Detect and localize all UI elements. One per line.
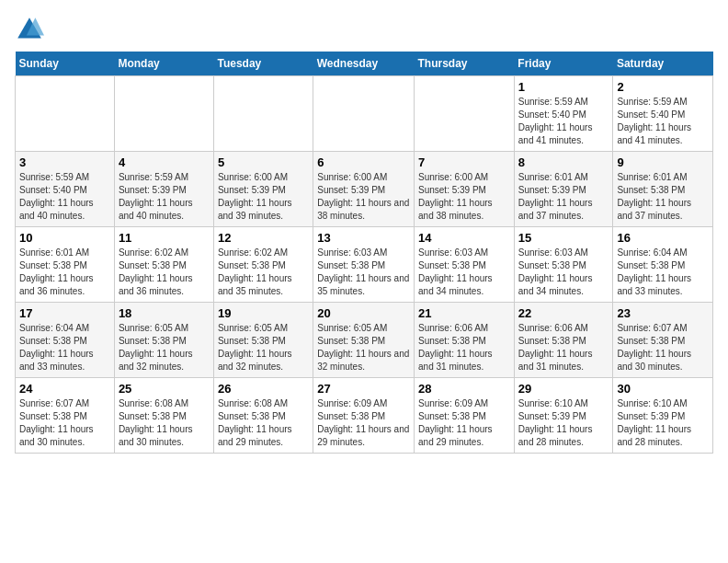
day-info: Sunrise: 6:09 AM Sunset: 5:38 PM Dayligh… <box>317 397 410 449</box>
logo-icon <box>15 15 44 44</box>
calendar-week-row: 24Sunrise: 6:07 AM Sunset: 5:38 PM Dayli… <box>16 378 713 454</box>
calendar-cell: 18Sunrise: 6:05 AM Sunset: 5:38 PM Dayli… <box>114 303 213 378</box>
day-number: 23 <box>617 306 709 320</box>
calendar-cell: 27Sunrise: 6:09 AM Sunset: 5:38 PM Dayli… <box>313 378 415 454</box>
page-header <box>15 15 713 44</box>
day-number: 25 <box>119 382 210 396</box>
day-info: Sunrise: 6:10 AM Sunset: 5:39 PM Dayligh… <box>518 397 609 449</box>
calendar-cell <box>313 76 415 152</box>
day-info: Sunrise: 6:08 AM Sunset: 5:38 PM Dayligh… <box>218 397 309 449</box>
day-info: Sunrise: 6:10 AM Sunset: 5:39 PM Dayligh… <box>617 397 709 449</box>
calendar-cell: 24Sunrise: 6:07 AM Sunset: 5:38 PM Dayli… <box>16 378 115 454</box>
calendar-cell: 7Sunrise: 6:00 AM Sunset: 5:39 PM Daylig… <box>415 152 515 227</box>
calendar-cell: 26Sunrise: 6:08 AM Sunset: 5:38 PM Dayli… <box>213 378 313 454</box>
day-number: 29 <box>518 382 609 396</box>
calendar-cell <box>415 76 515 152</box>
day-number: 11 <box>119 231 210 245</box>
day-info: Sunrise: 6:06 AM Sunset: 5:38 PM Dayligh… <box>418 322 510 373</box>
day-number: 3 <box>19 155 110 169</box>
weekday-header: Friday <box>514 52 613 76</box>
weekday-header: Thursday <box>415 52 515 76</box>
weekday-header-row: SundayMondayTuesdayWednesdayThursdayFrid… <box>16 52 713 76</box>
calendar-cell: 3Sunrise: 5:59 AM Sunset: 5:40 PM Daylig… <box>16 152 115 227</box>
day-info: Sunrise: 6:05 AM Sunset: 5:38 PM Dayligh… <box>119 322 210 373</box>
calendar-cell: 4Sunrise: 5:59 AM Sunset: 5:39 PM Daylig… <box>114 152 213 227</box>
day-number: 4 <box>119 155 210 169</box>
weekday-header: Monday <box>114 52 213 76</box>
day-number: 5 <box>218 155 309 169</box>
calendar-cell: 10Sunrise: 6:01 AM Sunset: 5:38 PM Dayli… <box>16 227 115 303</box>
day-number: 2 <box>617 80 709 94</box>
calendar-week-row: 17Sunrise: 6:04 AM Sunset: 5:38 PM Dayli… <box>16 303 713 378</box>
day-info: Sunrise: 5:59 AM Sunset: 5:40 PM Dayligh… <box>19 171 110 223</box>
day-number: 19 <box>218 306 309 320</box>
calendar-week-row: 1Sunrise: 5:59 AM Sunset: 5:40 PM Daylig… <box>16 76 713 152</box>
day-number: 9 <box>617 155 709 169</box>
day-info: Sunrise: 6:02 AM Sunset: 5:38 PM Dayligh… <box>218 247 309 298</box>
day-number: 26 <box>218 382 309 396</box>
day-number: 16 <box>617 231 709 245</box>
calendar-cell: 1Sunrise: 5:59 AM Sunset: 5:40 PM Daylig… <box>514 76 613 152</box>
logo <box>15 15 48 44</box>
calendar-cell: 2Sunrise: 5:59 AM Sunset: 5:40 PM Daylig… <box>613 76 713 152</box>
calendar-table: SundayMondayTuesdayWednesdayThursdayFrid… <box>15 52 713 454</box>
day-number: 6 <box>317 155 410 169</box>
calendar-cell <box>16 76 115 152</box>
calendar-cell: 30Sunrise: 6:10 AM Sunset: 5:39 PM Dayli… <box>613 378 713 454</box>
day-number: 22 <box>518 306 609 320</box>
calendar-week-row: 3Sunrise: 5:59 AM Sunset: 5:40 PM Daylig… <box>16 152 713 227</box>
day-info: Sunrise: 6:03 AM Sunset: 5:38 PM Dayligh… <box>518 247 609 298</box>
calendar-cell: 25Sunrise: 6:08 AM Sunset: 5:38 PM Dayli… <box>114 378 213 454</box>
weekday-header: Sunday <box>16 52 115 76</box>
calendar-cell <box>213 76 313 152</box>
calendar-cell: 8Sunrise: 6:01 AM Sunset: 5:39 PM Daylig… <box>514 152 613 227</box>
day-number: 12 <box>218 231 309 245</box>
day-number: 28 <box>418 382 510 396</box>
day-info: Sunrise: 6:05 AM Sunset: 5:38 PM Dayligh… <box>218 322 309 373</box>
calendar-cell <box>114 76 213 152</box>
day-info: Sunrise: 6:01 AM Sunset: 5:39 PM Dayligh… <box>518 171 609 223</box>
day-info: Sunrise: 6:06 AM Sunset: 5:38 PM Dayligh… <box>518 322 609 373</box>
calendar-cell: 5Sunrise: 6:00 AM Sunset: 5:39 PM Daylig… <box>213 152 313 227</box>
calendar-cell: 15Sunrise: 6:03 AM Sunset: 5:38 PM Dayli… <box>514 227 613 303</box>
day-number: 20 <box>317 306 410 320</box>
calendar-cell: 13Sunrise: 6:03 AM Sunset: 5:38 PM Dayli… <box>313 227 415 303</box>
day-info: Sunrise: 6:03 AM Sunset: 5:38 PM Dayligh… <box>418 247 510 298</box>
day-info: Sunrise: 5:59 AM Sunset: 5:40 PM Dayligh… <box>617 96 709 147</box>
day-number: 17 <box>19 306 110 320</box>
day-number: 8 <box>518 155 609 169</box>
weekday-header: Tuesday <box>213 52 313 76</box>
day-info: Sunrise: 6:09 AM Sunset: 5:38 PM Dayligh… <box>418 397 510 449</box>
calendar-cell: 11Sunrise: 6:02 AM Sunset: 5:38 PM Dayli… <box>114 227 213 303</box>
calendar-cell: 14Sunrise: 6:03 AM Sunset: 5:38 PM Dayli… <box>415 227 515 303</box>
day-number: 1 <box>518 80 609 94</box>
day-number: 7 <box>418 155 510 169</box>
day-number: 10 <box>19 231 110 245</box>
calendar-cell: 16Sunrise: 6:04 AM Sunset: 5:38 PM Dayli… <box>613 227 713 303</box>
calendar-cell: 20Sunrise: 6:05 AM Sunset: 5:38 PM Dayli… <box>313 303 415 378</box>
calendar-cell: 22Sunrise: 6:06 AM Sunset: 5:38 PM Dayli… <box>514 303 613 378</box>
calendar-cell: 29Sunrise: 6:10 AM Sunset: 5:39 PM Dayli… <box>514 378 613 454</box>
day-info: Sunrise: 6:00 AM Sunset: 5:39 PM Dayligh… <box>418 171 510 223</box>
day-number: 18 <box>119 306 210 320</box>
day-number: 15 <box>518 231 609 245</box>
calendar-cell: 19Sunrise: 6:05 AM Sunset: 5:38 PM Dayli… <box>213 303 313 378</box>
day-info: Sunrise: 6:01 AM Sunset: 5:38 PM Dayligh… <box>19 247 110 298</box>
day-number: 24 <box>19 382 110 396</box>
day-info: Sunrise: 6:05 AM Sunset: 5:38 PM Dayligh… <box>317 322 410 373</box>
day-info: Sunrise: 5:59 AM Sunset: 5:40 PM Dayligh… <box>518 96 609 147</box>
calendar-cell: 23Sunrise: 6:07 AM Sunset: 5:38 PM Dayli… <box>613 303 713 378</box>
day-info: Sunrise: 6:07 AM Sunset: 5:38 PM Dayligh… <box>19 397 110 449</box>
calendar-cell: 21Sunrise: 6:06 AM Sunset: 5:38 PM Dayli… <box>415 303 515 378</box>
calendar-cell: 6Sunrise: 6:00 AM Sunset: 5:39 PM Daylig… <box>313 152 415 227</box>
calendar-cell: 12Sunrise: 6:02 AM Sunset: 5:38 PM Dayli… <box>213 227 313 303</box>
calendar-cell: 17Sunrise: 6:04 AM Sunset: 5:38 PM Dayli… <box>16 303 115 378</box>
day-info: Sunrise: 6:00 AM Sunset: 5:39 PM Dayligh… <box>218 171 309 223</box>
day-info: Sunrise: 6:04 AM Sunset: 5:38 PM Dayligh… <box>19 322 110 373</box>
day-number: 21 <box>418 306 510 320</box>
day-info: Sunrise: 6:04 AM Sunset: 5:38 PM Dayligh… <box>617 247 709 298</box>
weekday-header: Wednesday <box>313 52 415 76</box>
calendar-cell: 28Sunrise: 6:09 AM Sunset: 5:38 PM Dayli… <box>415 378 515 454</box>
day-info: Sunrise: 6:07 AM Sunset: 5:38 PM Dayligh… <box>617 322 709 373</box>
weekday-header: Saturday <box>613 52 713 76</box>
